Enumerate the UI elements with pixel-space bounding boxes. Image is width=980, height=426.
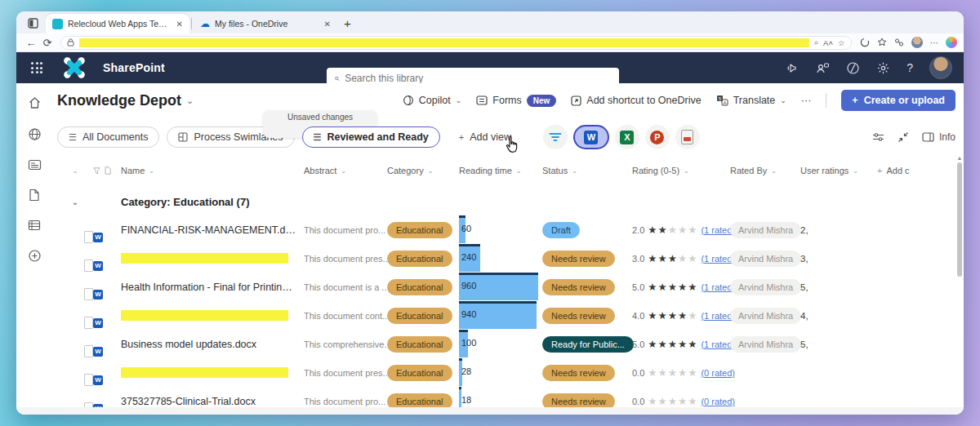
product-title[interactable]: SharePoint	[103, 61, 165, 74]
back-icon[interactable]: ←	[23, 37, 39, 49]
add-column-button[interactable]: +Add c	[877, 166, 956, 175]
table-row[interactable]: W Business model updates.docx This compr…	[57, 330, 956, 358]
close-tab-icon[interactable]: ✕	[176, 20, 183, 29]
user-avatar[interactable]	[929, 56, 952, 79]
star-rating[interactable]: ★★★★★	[648, 252, 697, 264]
site-permissions-icon[interactable]	[67, 38, 74, 47]
rated-count-link[interactable]: (0 rated)	[701, 397, 735, 406]
column-category[interactable]: Category⌄	[387, 166, 459, 175]
collections-icon[interactable]	[877, 38, 887, 47]
title-chevron-icon[interactable]: ⌄	[186, 95, 194, 106]
status-badge[interactable]: Needs review	[542, 308, 615, 324]
globe-icon[interactable]	[28, 127, 42, 141]
vertical-scrollbar[interactable]: ▲	[956, 155, 964, 400]
column-status[interactable]: Status⌄	[542, 166, 632, 175]
lists-icon[interactable]	[28, 220, 41, 231]
filter-excel-button[interactable]: X	[615, 125, 639, 149]
table-row[interactable]: W This document pres... Educational 28 N…	[57, 358, 956, 387]
view-all-documents[interactable]: ☰ All Documents	[57, 126, 159, 148]
home-icon[interactable]	[28, 96, 42, 109]
category-pill[interactable]: Educational	[387, 222, 452, 238]
browser-profile-avatar[interactable]	[911, 37, 923, 48]
zoom-icon[interactable]: ⌕	[814, 38, 818, 47]
filter-word-button[interactable]: W	[573, 125, 609, 149]
megaphone-icon[interactable]	[786, 62, 800, 74]
browser-more-icon[interactable]: ···	[930, 38, 939, 47]
table-row[interactable]: W This document pres... Educational 240 …	[57, 244, 956, 273]
close-tab-icon[interactable]: ✕	[324, 20, 331, 29]
category-pill[interactable]: Educational	[387, 365, 452, 381]
refresh-icon[interactable]: ⟳	[39, 37, 56, 49]
copilot-button[interactable]: Copilot ⌄	[403, 95, 461, 106]
column-reading-time[interactable]: Reading time⌄	[459, 166, 542, 175]
category-pill[interactable]: Educational	[387, 336, 452, 353]
category-pill[interactable]: Educational	[387, 279, 452, 295]
share-people-icon[interactable]	[816, 62, 830, 74]
document-icon[interactable]	[29, 189, 40, 202]
category-pill[interactable]: Educational	[387, 251, 452, 267]
star-rating[interactable]: ★★★★★	[648, 395, 697, 407]
add-shortcut-button[interactable]: Add shortcut to OneDrive	[571, 95, 701, 106]
filter-powerpoint-button[interactable]: P	[645, 125, 670, 149]
horizontal-scrollbar[interactable]	[16, 407, 964, 415]
read-aloud-icon[interactable]: A˄	[823, 38, 833, 47]
column-settings-icon[interactable]	[872, 132, 884, 142]
document-name[interactable]: Business model updates.docx	[121, 339, 296, 350]
star-rating[interactable]: ★★★★★	[648, 224, 697, 236]
status-badge[interactable]: Needs review	[542, 251, 615, 267]
help-icon[interactable]: ?	[906, 61, 913, 74]
column-rating[interactable]: Rating (0-5)⌄	[632, 166, 730, 175]
star-rating[interactable]: ★★★★★	[648, 281, 697, 293]
filters-toggle-icon[interactable]	[543, 125, 568, 149]
relecloud-logo[interactable]	[62, 55, 87, 80]
document-name[interactable]: FINANCIAL-RISK-MANAGEMENT.docx	[121, 224, 296, 236]
app-launcher-icon[interactable]	[28, 59, 46, 77]
address-bar[interactable]: ⌕ A˄ ☆	[60, 36, 852, 50]
document-name[interactable]	[121, 367, 288, 378]
document-name[interactable]: 375327785-Clinical-Trial.docx	[121, 396, 296, 407]
collapse-group-icon[interactable]: ⌄	[57, 197, 93, 206]
edge-copilot-icon[interactable]	[946, 37, 957, 48]
status-badge[interactable]: Draft	[542, 222, 580, 238]
forms-button[interactable]: Forms New	[476, 95, 556, 107]
filter-pdf-button[interactable]	[675, 125, 700, 149]
select-all-checkbox[interactable]: ⌄	[57, 167, 93, 175]
column-abstract[interactable]: Abstract⌄	[304, 166, 387, 175]
view-reviewed-and-ready[interactable]: ☰ Reviewed and Ready	[302, 126, 440, 148]
collapse-icon[interactable]	[898, 131, 909, 143]
translate-button[interactable]: 5A Translate ⌄	[716, 95, 786, 106]
status-badge[interactable]: Needs review	[542, 279, 615, 295]
document-name[interactable]	[121, 253, 288, 264]
star-rating[interactable]: ★★★★★	[648, 338, 697, 350]
document-name[interactable]	[121, 310, 288, 321]
scrollbar-thumb[interactable]	[957, 162, 962, 277]
new-tab-button[interactable]: +	[344, 16, 351, 30]
command-more-icon[interactable]: ···	[801, 95, 812, 106]
scroll-up-icon[interactable]: ▲	[956, 155, 964, 161]
table-row[interactable]: W FINANCIAL-RISK-MANAGEMENT.docx This do…	[57, 215, 956, 244]
table-row[interactable]: W This document cont... Educational 940 …	[57, 301, 956, 330]
rated-count-link[interactable]: (0 rated)	[701, 368, 735, 378]
star-rating[interactable]: ★★★★★	[648, 366, 697, 379]
info-button[interactable]: Info	[922, 131, 956, 143]
favorite-star-icon[interactable]: ☆	[838, 38, 845, 47]
vs-circle-icon[interactable]	[846, 61, 860, 75]
page-title[interactable]: Knowledge Depot	[57, 92, 181, 109]
settings-gear-icon[interactable]	[876, 61, 890, 75]
status-badge[interactable]: Ready for Public...	[542, 336, 634, 353]
table-row[interactable]: W Health Information - Final for Printin…	[57, 273, 956, 301]
category-pill[interactable]: Educational	[387, 308, 452, 324]
column-user-ratings[interactable]: User ratings⌄	[800, 166, 877, 175]
vertical-tabs-icon[interactable]	[24, 15, 41, 31]
column-rated-by[interactable]: Rated By⌄	[730, 166, 800, 175]
tab-relecloud[interactable]: Relecloud Web Apps Team - Kno ✕	[46, 14, 189, 33]
split-screen-icon[interactable]	[894, 38, 904, 47]
column-name[interactable]: Name⌄	[121, 166, 304, 175]
document-name[interactable]: Health Information - Final for Printing.…	[121, 282, 296, 293]
extension-icon[interactable]	[860, 38, 870, 47]
add-circle-icon[interactable]	[28, 249, 42, 263]
star-rating[interactable]: ★★★★★	[648, 309, 697, 322]
tab-onedrive[interactable]: ☁ My files - OneDrive ✕	[194, 14, 337, 33]
status-badge[interactable]: Needs review	[542, 365, 615, 381]
news-icon[interactable]	[28, 159, 42, 171]
